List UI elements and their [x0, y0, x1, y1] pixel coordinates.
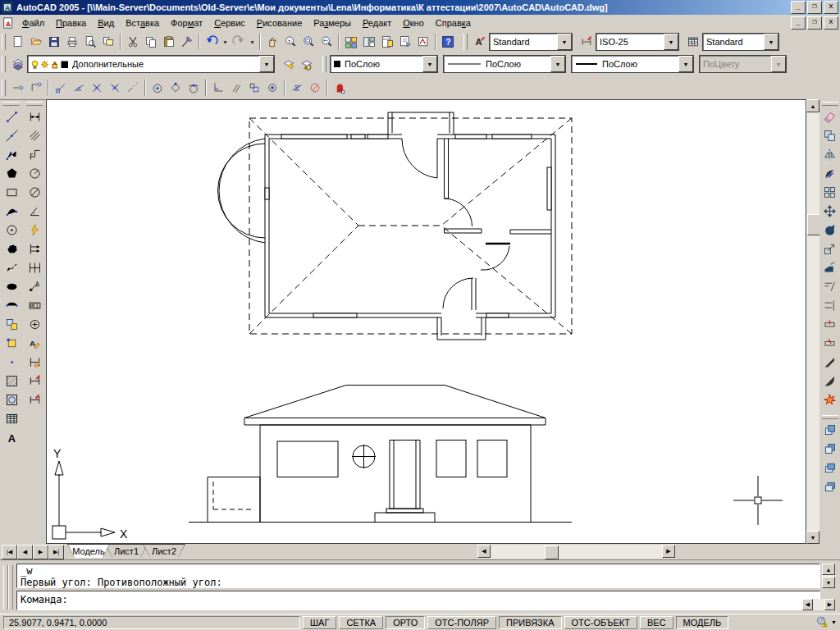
snap-nearest-button[interactable] [288, 79, 306, 97]
tool-palettes-button[interactable] [378, 33, 396, 51]
line-button[interactable] [2, 107, 21, 126]
polygon-button[interactable] [2, 164, 21, 183]
menu-вид[interactable]: Вид [92, 16, 120, 30]
status-toggle-вес[interactable]: ВЕС [640, 616, 673, 629]
menu-размеры[interactable]: Размеры [308, 16, 357, 30]
tab-model[interactable]: Модель [67, 544, 110, 558]
undo-button[interactable] [203, 33, 221, 51]
chamfer-button[interactable] [821, 353, 839, 372]
menu-формат[interactable]: Формат [165, 16, 208, 30]
explode-button[interactable] [821, 390, 839, 409]
fillet-button[interactable] [821, 372, 839, 390]
rectangle-button[interactable] [2, 183, 21, 202]
break-at-point-button[interactable] [821, 315, 839, 334]
layers-toolbar-grip[interactable] [2, 56, 6, 72]
construction-line-button[interactable] [2, 126, 21, 145]
status-toggle-отс-поляр[interactable]: ОТС-ПОЛЯР [427, 616, 496, 629]
dim-style-apply-button[interactable] [25, 390, 43, 409]
status-toggle-отс-объект[interactable]: ОТС-ОБЪЕКТ [564, 616, 637, 629]
snap-intersection-button[interactable] [88, 79, 106, 97]
menu-правка[interactable]: Правка [50, 16, 92, 30]
horizontal-scrollbar[interactable]: ◀ ▶ [477, 545, 675, 559]
redo-drop-button[interactable]: ▾ [248, 33, 257, 51]
scroll-up-button[interactable]: ▲ [822, 564, 835, 575]
zoom-window-button[interactable] [299, 33, 317, 51]
properties-button[interactable] [342, 33, 360, 51]
table-style-combo[interactable]: Standard ▼ [702, 33, 779, 51]
scroll-left-button[interactable]: ◀ [477, 545, 491, 558]
chevron-down-icon[interactable]: ▼ [764, 34, 778, 50]
command-h-scrollbar[interactable]: ◀ ▶ [802, 599, 835, 610]
redo-button[interactable] [230, 33, 248, 51]
minimize-button[interactable]: _ [791, 1, 806, 14]
dim-update-button[interactable] [25, 372, 43, 390]
properties-toolbar-grip[interactable] [322, 56, 326, 72]
communication-center-icon[interactable]: ! [816, 616, 829, 629]
ellipse-button[interactable] [2, 277, 21, 296]
erase-button[interactable] [821, 107, 839, 126]
snap-midpoint-button[interactable] [70, 79, 88, 97]
horizontal-scroll-thumb[interactable] [545, 546, 559, 559]
dim-linear-button[interactable] [25, 107, 43, 126]
snap-perpendicular-button[interactable] [209, 79, 227, 97]
region-button[interactable] [2, 390, 21, 409]
scroll-down-button[interactable]: ▼ [806, 531, 819, 544]
snap-apparent-intersection-button[interactable] [106, 79, 124, 97]
publish-button[interactable] [99, 33, 117, 51]
designcenter-button[interactable] [360, 33, 378, 51]
copy-object-button[interactable] [821, 126, 839, 145]
layer-properties-manager-button[interactable] [9, 55, 27, 73]
make-block-button[interactable] [2, 334, 21, 353]
table-style-button[interactable] [684, 33, 702, 51]
command-window-grip[interactable] [8, 565, 13, 609]
text-style-button[interactable]: A [471, 33, 489, 51]
chevron-down-icon[interactable]: ▼ [664, 34, 678, 50]
cut-button[interactable] [124, 33, 142, 51]
command-history[interactable]: _w Первый угол: Противоположный угол: [16, 564, 820, 588]
snap-extension-button[interactable] [124, 79, 142, 97]
snap-node-button[interactable] [263, 79, 281, 97]
last-tab-button[interactable]: ▶| [48, 545, 64, 559]
layer-previous-button[interactable] [298, 55, 316, 73]
offset-button[interactable] [821, 164, 839, 183]
toolbar-grip[interactable] [3, 102, 20, 106]
undo-drop-button[interactable]: ▾ [221, 33, 230, 51]
dim-text-edit-button[interactable] [25, 353, 43, 372]
move-button[interactable] [821, 202, 839, 221]
ellipse-arc-button[interactable] [2, 296, 21, 315]
snap-from-button[interactable] [27, 79, 45, 97]
send-under-objects-button[interactable] [821, 477, 839, 496]
center-mark-button[interactable] [25, 315, 43, 334]
open-button[interactable] [27, 33, 45, 51]
tab-layout2[interactable]: Лист2 [143, 544, 185, 558]
status-toggle-сетка[interactable]: СЕТКА [339, 616, 383, 629]
paste-button[interactable] [160, 33, 178, 51]
temp-track-point-button[interactable] [9, 79, 27, 97]
pan-button[interactable] [263, 33, 281, 51]
send-to-back-button[interactable] [821, 440, 839, 459]
table-button[interactable] [2, 409, 21, 428]
prev-tab-button[interactable]: ◀ [17, 545, 33, 559]
plot-button[interactable] [63, 33, 81, 51]
markup-set-manager-button[interactable] [414, 33, 432, 51]
command-scrollbar[interactable]: ▲ ▼ [822, 564, 835, 588]
dim-style-combo[interactable]: ISO-25 ▼ [596, 33, 679, 51]
toolbar-grip[interactable] [2, 34, 6, 50]
break-button[interactable] [821, 334, 839, 353]
chevron-down-icon[interactable]: ▼ [557, 34, 572, 50]
revision-cloud-button[interactable] [2, 240, 21, 258]
dim-angular-button[interactable] [25, 202, 43, 221]
zoom-previous-button[interactable] [317, 33, 336, 51]
menu-сервис[interactable]: Сервис [208, 16, 251, 30]
child-close-button[interactable]: x [824, 16, 838, 30]
help-button[interactable]: ? [439, 33, 457, 51]
insert-block-button[interactable] [2, 315, 21, 334]
snap-insert-button[interactable] [245, 79, 263, 97]
quick-leader-button[interactable]: A [25, 277, 43, 296]
trim-button[interactable] [821, 277, 839, 296]
first-tab-button[interactable]: |◀ [2, 545, 17, 559]
extend-button[interactable] [821, 296, 839, 315]
snap-quadrant-button[interactable] [167, 79, 185, 97]
child-minimize-button[interactable]: _ [791, 16, 806, 30]
save-button[interactable] [45, 33, 63, 51]
